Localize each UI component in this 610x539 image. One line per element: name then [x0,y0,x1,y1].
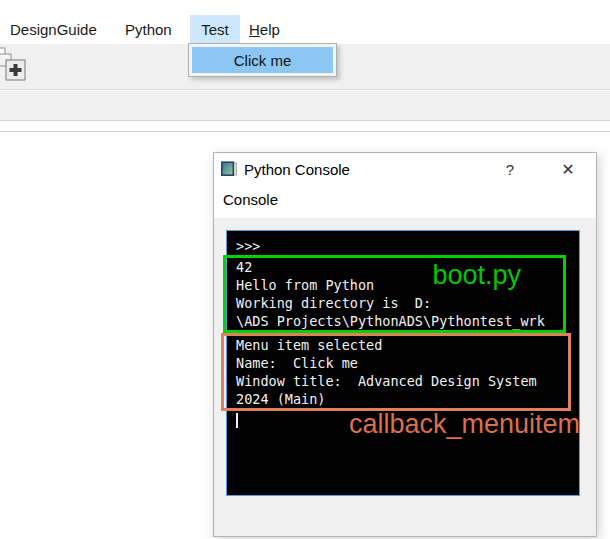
menu-item-click-me[interactable]: Click me [192,47,333,73]
menu-help[interactable]: Help [239,15,290,44]
callback-annotation-box: Menu item selected Name: Click me Window… [221,333,571,411]
console-output[interactable]: >>> 42 Hello from Python Working directo… [226,230,580,496]
console-prompt: >>> [227,237,579,255]
python-console-window-icon [221,161,237,177]
console-dock-title: Console [223,191,278,208]
toolbar-divider [0,131,610,132]
console-line: Working directory is D: [226,294,563,312]
menu-designguide[interactable]: DesignGuide [0,15,107,44]
title-bar[interactable]: Python Console [214,153,596,185]
console-line: Window title: Advanced Design System [224,372,568,390]
window-title: Python Console [244,161,350,178]
toolbar-row-2 [0,91,610,121]
console-line: 2024 (Main) [224,390,568,408]
hierarchy-add-icon [0,47,30,87]
help-button[interactable]: ? [490,153,530,185]
menu-python[interactable]: Python [115,15,182,44]
callback-menuitem-annotation-label: callback_menuitem [349,409,580,439]
test-menu-dropdown: Click me [188,43,337,77]
console-line: Name: Click me [224,354,568,372]
menu-help-rest: elp [260,21,280,38]
boot-annotation-box: 42 Hello from Python Working directory i… [223,255,566,333]
console-line: \ADS Projects\PythonADS\Pythontest_wrk [226,312,563,330]
menu-test[interactable]: Test [190,15,240,44]
ads-main-window: DesignGuide Python Test Help Click me [0,0,610,539]
menu-bar: DesignGuide Python Test Help [0,0,610,44]
menu-help-accel: H [249,21,260,38]
boot-py-annotation-label: boot.py [432,260,521,290]
new-hierarchy-toolbar-button[interactable] [0,47,30,91]
text-cursor [236,413,238,428]
python-console-window: Python Console ? ✕ Console >>> 42 Hello … [213,152,597,537]
console-line: Menu item selected [224,336,568,354]
close-button[interactable]: ✕ [548,153,588,185]
